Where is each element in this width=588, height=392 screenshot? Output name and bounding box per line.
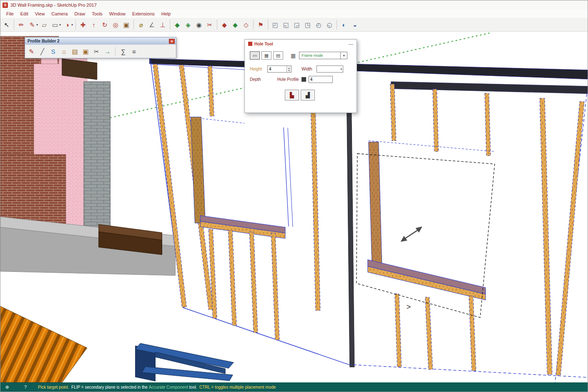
solid-subtract-icon: ◆ — [233, 22, 238, 28]
section-plane-button[interactable]: ✂ — [204, 19, 215, 30]
paint-bucket-icon: ◑ — [65, 22, 69, 28]
sketchup-logo-icon: S — [3, 3, 8, 8]
axes-tool-button[interactable]: ⊥ — [157, 19, 168, 30]
protractor-tool-button[interactable]: ∠ — [146, 19, 157, 30]
toolbar-separator — [75, 20, 76, 30]
toolbar-separator — [115, 47, 116, 55]
add-location-button[interactable]: ◆ — [172, 19, 183, 30]
depth-label: Depth — [250, 77, 267, 82]
trim-to-solids-button[interactable]: ✂ — [91, 46, 102, 56]
build-profile-icon: ✎ — [29, 48, 34, 55]
profile-builder-palette: Profile Builder 2 ✕ ✎ ╱ S ⌂ ▤ ▣ ✂ → ∑ ≡ — [25, 37, 176, 58]
smart-path-select-button[interactable]: S — [48, 46, 58, 56]
solid-trim-icon: ◇ — [244, 22, 249, 28]
tape-measure-tool-button[interactable]: ⌀ — [136, 19, 146, 30]
assembler-button[interactable]: ⌂ — [59, 46, 69, 56]
rotate-tool-button[interactable]: ↻ — [99, 19, 110, 30]
back-view-button[interactable]: ◴ — [313, 19, 324, 30]
mode-toggle-array[interactable]: ▦ — [261, 51, 271, 60]
stud-wall-right — [347, 78, 588, 382]
hole-profile-checkbox[interactable] — [302, 77, 306, 82]
svg-text:>: > — [407, 303, 411, 311]
remove-hole-button[interactable]: ▟ — [301, 90, 315, 101]
frame-mode-select[interactable]: Frame mode — [299, 52, 341, 59]
height-spinner[interactable]: ▴▾ — [286, 66, 291, 72]
hole-tool-button[interactable]: ▣ — [80, 46, 91, 56]
solid-subtract-button[interactable]: ◆ — [230, 19, 241, 30]
move-tool-button[interactable]: ✚ — [78, 19, 88, 30]
hole-tool-titlebar[interactable]: Hole Tool — — [245, 40, 357, 48]
profile-member-button[interactable]: ╱ — [37, 46, 48, 56]
status-message-part: Accurate Component — [149, 385, 188, 389]
close-icon[interactable]: ✕ — [169, 39, 175, 44]
dropdown-arrow-icon[interactable]: ▾ — [71, 23, 73, 27]
hole-profile-input[interactable] — [309, 76, 333, 83]
help-icon[interactable]: ? — [22, 384, 29, 389]
quantifier-button[interactable]: ∑ — [118, 46, 128, 56]
status-message-part: Pick target point. — [38, 385, 71, 389]
smart-path-select-icon: S — [51, 48, 55, 55]
styles-button[interactable]: ◒ — [349, 19, 360, 30]
freehand-icon: ✎ — [30, 22, 35, 28]
move-icon: ✚ — [80, 22, 86, 28]
mode-toggle-fill[interactable]: ▤ — [273, 51, 283, 60]
assembler-icon: ⌂ — [62, 48, 66, 55]
front-view-button[interactable]: ◲ — [291, 19, 302, 30]
select-tool-button[interactable]: ↖ — [1, 19, 12, 30]
frame-mode-dropdown-arrow-icon[interactable]: ▾ — [341, 52, 347, 59]
build-profile-button[interactable]: ✎ — [26, 46, 37, 56]
solid-union-button[interactable]: ◆ — [219, 19, 230, 30]
iso-view-icon: ◰ — [272, 22, 278, 28]
iso-view-button[interactable]: ◰ — [270, 19, 281, 30]
menu-draw[interactable]: Draw — [71, 10, 88, 17]
solid-trim-button[interactable]: ◇ — [241, 19, 251, 30]
edit-assembly-button[interactable]: ▤ — [70, 46, 80, 56]
menu-window[interactable]: Window — [106, 10, 129, 17]
top-view-button[interactable]: ◱ — [281, 19, 291, 30]
toolbar-separator — [253, 20, 254, 30]
zoom-tool-button[interactable]: ◉ — [193, 19, 204, 30]
menu-bar: File Edit View Camera Draw Tools Window … — [0, 10, 588, 18]
menu-edit[interactable]: Edit — [17, 10, 32, 17]
push-pull-tool-button[interactable]: ↑ — [88, 19, 99, 30]
eraser-tool-button[interactable]: ▱ — [39, 19, 50, 30]
menu-extensions[interactable]: Extensions — [129, 10, 158, 17]
move-cursor-icon — [401, 226, 422, 242]
flag-icon: ⚑ — [258, 22, 263, 28]
menu-help[interactable]: Help — [158, 10, 174, 17]
menu-camera[interactable]: Camera — [48, 10, 71, 17]
offset-tool-button[interactable]: ◎ — [110, 19, 121, 30]
mode-toggle-single[interactable]: ▭ — [250, 51, 260, 60]
shadows-icon: ◐ — [342, 22, 346, 28]
line-tool-button[interactable]: ✏ — [16, 19, 27, 30]
spin-down-icon[interactable]: ▾ — [288, 69, 289, 72]
geolocation-icon[interactable]: ⊕ — [4, 384, 10, 390]
profile-options-button[interactable]: ≡ — [129, 46, 139, 56]
dropdown-arrow-icon[interactable]: ▾ — [59, 23, 61, 27]
profile-builder-titlebar[interactable]: Profile Builder 2 ✕ — [25, 38, 176, 45]
dropdown-arrow-icon[interactable]: ▾ — [36, 23, 38, 27]
interact-tool-button[interactable]: ◈ — [183, 19, 193, 30]
extend-profile-button[interactable]: → — [102, 46, 113, 56]
menu-file[interactable]: File — [3, 10, 17, 17]
scale-tool-button[interactable]: ▣ — [121, 19, 132, 30]
menu-tools[interactable]: Tools — [88, 10, 106, 17]
solid-union-icon: ◆ — [222, 22, 227, 28]
eraser-icon: ▱ — [42, 22, 47, 28]
toolbar-separator — [337, 20, 337, 30]
shadows-button[interactable]: ◐ — [339, 19, 349, 30]
width-input[interactable] — [317, 65, 343, 73]
left-view-button[interactable]: ◵ — [324, 19, 335, 30]
place-hole-button[interactable]: ▙ — [285, 90, 299, 101]
offset-icon: ◎ — [113, 22, 118, 28]
zoom-icon: ◉ — [196, 22, 202, 28]
menu-view[interactable]: View — [32, 10, 48, 17]
right-view-button[interactable]: ◳ — [302, 19, 313, 30]
status-bar: ⊕ ? Pick target point. FLIP = secondary … — [0, 382, 588, 392]
flag-tool-button[interactable]: ⚑ — [255, 19, 266, 30]
line-icon: ✏ — [19, 22, 24, 28]
profile-builder-title: Profile Builder 2 — [28, 39, 60, 43]
width-dropdown-arrow-icon[interactable]: ▾ — [340, 68, 342, 71]
minimize-icon[interactable]: — — [349, 41, 353, 46]
section-plane-icon: ✂ — [207, 22, 213, 28]
